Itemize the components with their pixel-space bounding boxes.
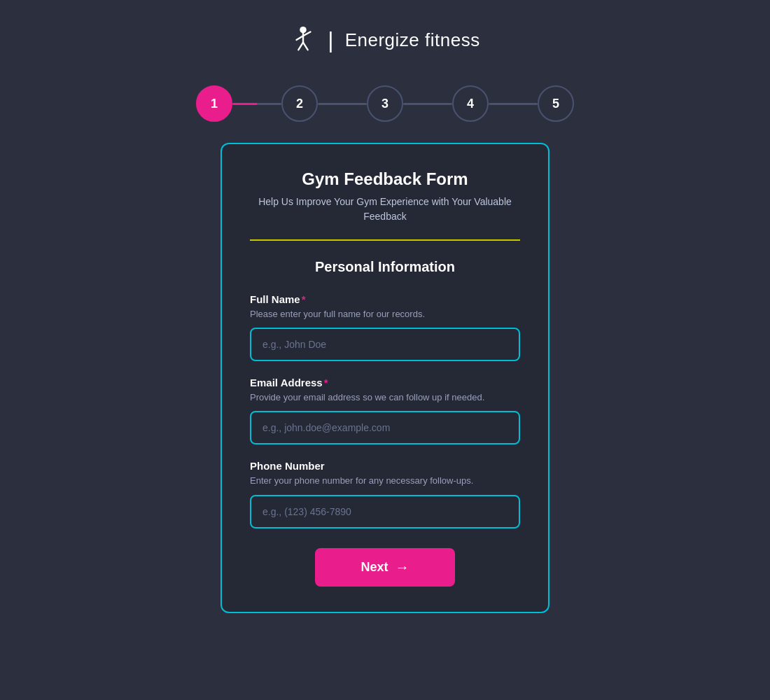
svg-line-5 bbox=[303, 43, 308, 50]
svg-line-2 bbox=[297, 36, 304, 40]
email-address-group: Email Address* Provide your email addres… bbox=[250, 377, 520, 444]
form-subtitle: Help Us Improve Your Gym Experience with… bbox=[250, 195, 520, 224]
step-3[interactable]: 3 bbox=[367, 85, 403, 122]
phone-number-group: Phone Number Enter your phone number for… bbox=[250, 460, 520, 528]
full-name-group: Full Name* Please enter your full name f… bbox=[250, 293, 520, 361]
step-4[interactable]: 4 bbox=[452, 85, 489, 122]
svg-point-0 bbox=[300, 27, 307, 34]
form-card: Gym Feedback Form Help Us Improve Your G… bbox=[220, 143, 550, 613]
connector-1-2 bbox=[232, 103, 281, 105]
full-name-description: Please enter your full name for our reco… bbox=[250, 308, 520, 321]
yellow-divider bbox=[250, 239, 520, 241]
svg-line-4 bbox=[299, 43, 304, 50]
connector-3-4 bbox=[403, 103, 452, 105]
step-2[interactable]: 2 bbox=[281, 85, 318, 122]
section-title: Personal Information bbox=[250, 259, 520, 275]
full-name-label: Full Name* bbox=[250, 293, 520, 305]
connector-2-3 bbox=[318, 103, 367, 105]
email-label: Email Address* bbox=[250, 377, 520, 388]
connector-4-5 bbox=[489, 103, 538, 105]
phone-description: Enter your phone number for any necessar… bbox=[250, 475, 520, 487]
step-5[interactable]: 5 bbox=[538, 85, 574, 122]
required-indicator: * bbox=[302, 293, 306, 305]
phone-input[interactable] bbox=[250, 495, 520, 528]
logo-icon bbox=[290, 25, 316, 55]
email-input[interactable] bbox=[250, 411, 520, 444]
logo-divider: | bbox=[328, 27, 333, 53]
next-label: Next bbox=[360, 560, 388, 575]
step-1[interactable]: 1 bbox=[196, 85, 232, 122]
form-title: Gym Feedback Form bbox=[250, 169, 520, 189]
phone-label: Phone Number bbox=[250, 460, 520, 472]
stepper: 1 2 3 4 5 bbox=[196, 85, 574, 122]
required-indicator-email: * bbox=[324, 377, 328, 388]
logo-text: Energize fitness bbox=[345, 29, 480, 51]
next-button[interactable]: Next → bbox=[315, 548, 455, 587]
header: | Energize fitness bbox=[290, 25, 479, 55]
next-arrow-icon: → bbox=[396, 559, 410, 575]
full-name-input[interactable] bbox=[250, 328, 520, 361]
email-description: Provide your email address so we can fol… bbox=[250, 391, 520, 404]
